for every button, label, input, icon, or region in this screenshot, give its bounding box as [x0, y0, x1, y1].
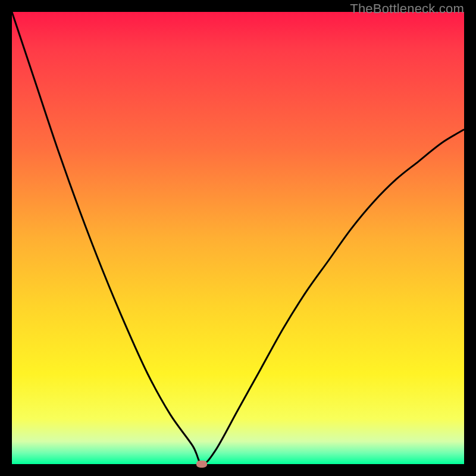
curve-svg [12, 12, 464, 464]
watermark-text: TheBottleneck.com [350, 1, 464, 17]
plot-area [12, 12, 464, 464]
bottleneck-curve [12, 12, 464, 464]
chart-frame: TheBottleneck.com [0, 0, 476, 476]
optimal-point-marker [196, 461, 207, 468]
